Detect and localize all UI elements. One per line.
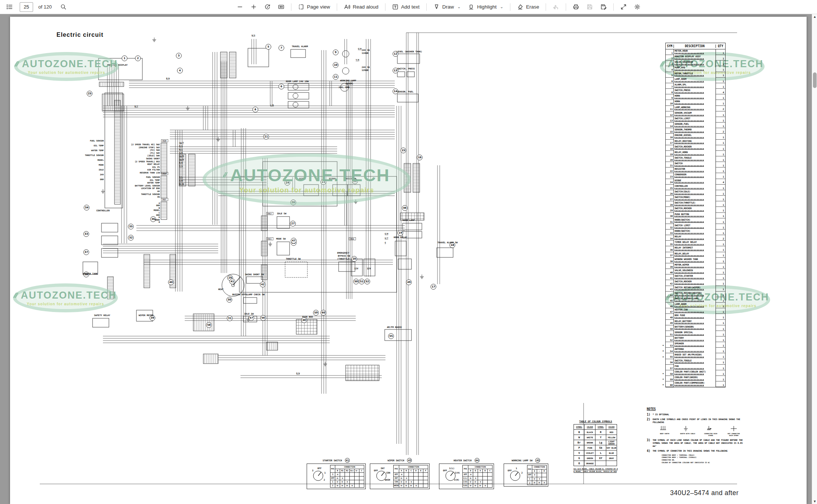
part-sym: 27 [666, 196, 674, 201]
note-text: THE SYMBOL OF CONNECTOR IN THIS DRAWING … [653, 449, 747, 453]
part-description: CONDENSER [674, 173, 716, 179]
part-name: RELAY,HEATING [675, 140, 716, 142]
switch-connection-table: STARTER SWITCH413OFF12POSCONNECTIONBR1R2… [307, 458, 366, 489]
connector-pin-label: H [159, 221, 160, 223]
part-name: MOTOR,WIPER [675, 264, 716, 266]
earth-symbol: CONNECTED EACH OTHER [703, 425, 719, 436]
highlight-chevron-icon[interactable]: ⌄ [500, 4, 503, 9]
part-sym: 39 [666, 263, 674, 269]
part-description: SWITCH,LIMIT [674, 117, 716, 123]
part-qty: 1 [716, 213, 725, 218]
table-row: 46LAMP,ROOM1 [666, 303, 725, 308]
part-code-line [675, 233, 704, 234]
vertical-scrollbar[interactable]: ▲ ▼ [812, 14, 817, 504]
scroll-down-arrow-icon[interactable]: ▼ [812, 499, 817, 504]
part-sym: 31 [666, 218, 674, 224]
colour-name-cell: SKY BLUE [606, 445, 617, 451]
fit-to-width-button[interactable] [275, 2, 288, 12]
part-qty: 1 [716, 196, 725, 201]
highlight-button[interactable]: Highlight ⌄ [465, 2, 507, 12]
colour-name-cell: ORANGE [585, 461, 595, 466]
part-description: SWITCH LIMIT [674, 224, 716, 230]
save-button[interactable] [583, 2, 596, 12]
colour-name-cell: BLUE [606, 451, 617, 456]
page-view-button[interactable]: Page view [295, 2, 333, 12]
part-name: SWITCH,ROTARY(LAMP) [675, 297, 716, 300]
print-button[interactable] [569, 2, 582, 12]
part-qty: 1 [716, 336, 725, 342]
scroll-up-arrow-icon[interactable]: ▲ [812, 14, 817, 19]
zoom-out-button[interactable] [233, 2, 246, 12]
component-label: HORN RELAY [394, 236, 407, 238]
part-code-line [675, 199, 704, 201]
wire-color-label: Lg/Y [179, 142, 184, 144]
colour-table-header-row: SYMBOLCOLOURSYMBOLCOLOUR [574, 425, 617, 430]
toolbar-separator [291, 3, 291, 11]
part-name: FAN [675, 365, 716, 367]
draw-chevron-icon[interactable]: ⌄ [457, 4, 461, 9]
header-description: DESCRIPTION [674, 45, 716, 48]
part-code-line [675, 69, 704, 71]
connector-pin-label: MODEL [154, 209, 160, 211]
table-row: ∗59COOLER PART(DRIER)1 [666, 376, 725, 381]
zoom-in-button[interactable] [247, 2, 260, 12]
wire-color-label: G/R [179, 152, 183, 154]
part-qty: 1 [716, 134, 725, 139]
highlight-icon [468, 4, 474, 10]
search-button[interactable] [57, 2, 70, 12]
wire-color-label: R/W [296, 372, 300, 374]
callout-number: 18 [451, 244, 454, 247]
component-label: 24V 3A [362, 49, 370, 51]
part-qty: 1 [716, 78, 725, 83]
add-text-label: Add text [401, 4, 420, 10]
callout-number: 37 [84, 251, 88, 254]
fullscreen-button[interactable] [617, 2, 630, 12]
part-description: BATTERY [674, 336, 716, 342]
colour-symbol-cell: G [574, 456, 585, 461]
part-qty: 1 [716, 258, 725, 263]
part-name: LAMP,ROOM [675, 78, 716, 80]
svg-text:2(H): 2(H) [455, 471, 460, 474]
optional-star-marker: ∗ [662, 350, 664, 352]
part-sym: 1 [666, 49, 674, 55]
callout-number: 40 [169, 281, 173, 284]
table-of-contents-button[interactable] [3, 2, 16, 12]
part-sym: 5 [666, 72, 674, 78]
connector-pin-label: MODE [155, 219, 160, 221]
add-text-button[interactable]: Add text [389, 2, 423, 12]
touch-mode-button[interactable] [549, 2, 562, 12]
connector-pin-label: SWING SHORT [146, 157, 160, 160]
part-name: SWITCH,ROCKER [675, 207, 716, 209]
rotate-button[interactable] [261, 2, 274, 12]
erase-button[interactable]: Erase [514, 2, 542, 12]
save-as-button[interactable] [597, 2, 610, 12]
switch-connection-table: WIPER SWITCH43OFFINTCONWASHPOSCONNECTION… [370, 458, 430, 489]
page-number-input[interactable] [20, 2, 33, 12]
connector-pin-label: OIL TEMP [150, 179, 160, 181]
settings-gear-icon [634, 4, 640, 10]
settings-button[interactable] [631, 2, 644, 12]
svg-text:2: 2 [521, 471, 523, 474]
component-label: SWITCH, PRESS [397, 67, 415, 70]
part-qty: 2 [716, 235, 725, 241]
part-sym: 8 [666, 89, 674, 94]
read-aloud-button[interactable]: Read aloud [340, 2, 382, 12]
optional-star-marker: ∗ [662, 378, 664, 381]
wire-color-label: Y/R [356, 59, 359, 61]
part-code-line [675, 182, 704, 183]
connection-grid: POSCONNECTIONDEABCOFFo1(L)o-o2(H)o-o-o3(… [462, 465, 493, 488]
wire-color-label: G/Y [385, 237, 388, 239]
table-row: 45SWITCH,ROTARY(LAMP)1 [666, 297, 725, 303]
scrollbar-thumb[interactable] [813, 72, 817, 88]
draw-button[interactable]: Draw ⌄ [430, 2, 464, 12]
callout-number: 11 [334, 75, 338, 78]
earth-symbol-caption: BODY EARTH [656, 433, 673, 435]
component-label: ROOM LAMP 24V 10W [286, 80, 309, 82]
table-row: 25CONTROLLER1 [666, 185, 725, 190]
colour-symbol-cell: W [574, 435, 585, 440]
part-description: RELAY,HEATING [674, 140, 716, 145]
connector-pin-label: GND [156, 204, 160, 207]
table-row: 32SWITCH LIMIT1 [666, 224, 725, 230]
component-label: ROOM LAMP [403, 219, 415, 221]
callout-number: 7 [281, 46, 282, 49]
